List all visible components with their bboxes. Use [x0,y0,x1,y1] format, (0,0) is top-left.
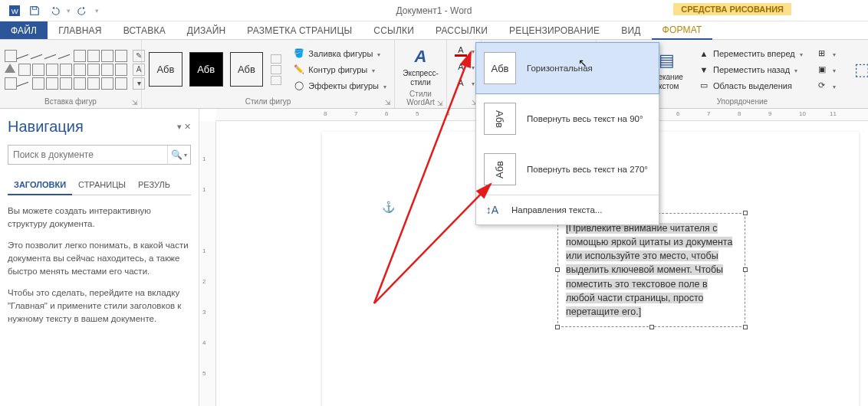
nav-title: Навигация [8,118,84,136]
tab-review[interactable]: РЕЦЕНЗИРОВАНИЕ [498,21,610,39]
vertical-ruler[interactable]: 11 12 34 5 [199,121,216,406]
resize-handle[interactable] [743,325,748,329]
nav-help-2: Это позволит легко понимать, в какой час… [8,239,191,277]
undo-button[interactable] [46,2,63,19]
shape-outline-button[interactable]: ✏️Контур фигуры [290,62,390,77]
contextual-tab-title: СРЕДСТВА РИСОВАНИЯ [673,3,791,15]
document-title: Документ1 - Word [396,5,472,16]
text-box-content[interactable]: [Привлеките внимание читателя с помощью … [566,223,732,317]
tab-design[interactable]: ДИЗАЙН [176,21,237,39]
align-button[interactable]: ⊞ [813,46,839,61]
text-box-object[interactable]: [Привлеките внимание читателя с помощью … [557,213,745,327]
tab-home[interactable]: ГЛАВНАЯ [48,21,112,39]
selection-pane-button[interactable]: ▭Область выделения [695,78,806,93]
tab-view[interactable]: ВИД [610,21,651,39]
style-gallery-more[interactable] [271,76,281,85]
search-input[interactable] [8,146,167,164]
text-effects-button[interactable]: A [452,75,478,90]
anchor-icon: ⚓ [382,201,395,213]
nav-tab-pages[interactable]: СТРАНИЦЫ [72,175,132,195]
undo-dropdown[interactable]: ▾ [66,7,71,15]
nav-help-3: Чтобы это сделать, перейдите на вкладку … [8,286,191,325]
resize-handle[interactable] [649,325,654,329]
dd-rotate-90[interactable]: Абв Повернуть весь текст на 90° [476,93,659,144]
text-direction-dropdown: Абв Горизонтальная Абв Повернуть весь те… [475,42,659,225]
resize-handle[interactable] [555,325,560,329]
tab-insert[interactable]: ВСТАВКА [113,21,176,39]
shape-effects-button[interactable]: ◯Эффекты фигуры [290,78,390,93]
search-button[interactable]: 🔍 [167,146,190,164]
rotate-button[interactable]: ⟳ [813,78,839,93]
wordart-styles-button[interactable]: A Экспресс-стили [399,43,442,88]
tab-references[interactable]: ССЫЛКИ [363,21,425,39]
style-gallery-up[interactable] [271,54,281,64]
nav-tab-results[interactable]: РЕЗУЛЬ [132,175,176,195]
shape-style-2[interactable]: Абв [189,52,223,87]
shape-fill-button[interactable]: 🪣Заливка фигуры [290,46,390,61]
group-button[interactable]: ▣ [813,62,839,77]
redo-button[interactable] [74,2,91,19]
group-label-shape-styles: Стили фигур [146,96,390,108]
bring-forward-button[interactable]: ▲Переместить вперед [695,46,806,61]
nav-close[interactable]: ✕ [184,122,191,131]
shape-style-1[interactable]: Абв [149,52,182,87]
shape-style-3[interactable]: Абв [230,52,264,87]
style-gallery-down[interactable] [271,65,281,74]
resize-handle[interactable] [555,267,560,272]
text-outline-button[interactable]: A [452,59,478,74]
tab-mailings[interactable]: РАССЫЛКИ [425,21,498,39]
resize-handle[interactable] [743,211,748,215]
resize-handle[interactable] [743,267,748,272]
tab-format[interactable]: ФОРМАТ [652,21,713,40]
nav-dropdown[interactable]: ▾ [177,122,182,131]
dd-horizontal[interactable]: Абв Горизонтальная [475,42,659,94]
group-label-wordart: Стили WordArt [399,88,442,109]
nav-help-1: Вы можете создать интерактивную структур… [8,205,191,230]
size-group[interactable]: ⬚ [841,56,868,83]
dd-rotate-270[interactable]: Абв Повернуть весь текст на 270° [476,144,659,195]
word-icon: W [6,2,23,19]
shapes-gallery[interactable] [5,50,127,90]
qat-customize[interactable]: ▾ [94,7,100,15]
svg-text:W: W [12,6,19,15]
text-fill-button[interactable]: A [452,43,478,58]
navigation-pane: Навигация ▾ ✕ 🔍 ЗАГОЛОВКИ СТРАНИЦЫ РЕЗУЛ… [0,109,199,406]
group-label-shapes: Вставка фигур [5,96,136,108]
tab-file[interactable]: ФАЙЛ [0,21,48,39]
tab-page-layout[interactable]: РАЗМЕТКА СТРАНИЦЫ [236,21,363,39]
save-button[interactable] [26,2,43,19]
send-backward-button[interactable]: ▼Переместить назад [695,62,806,77]
dd-more-directions[interactable]: ↕A Направления текста... [476,195,659,224]
nav-tab-headings[interactable]: ЗАГОЛОВКИ [8,175,72,195]
